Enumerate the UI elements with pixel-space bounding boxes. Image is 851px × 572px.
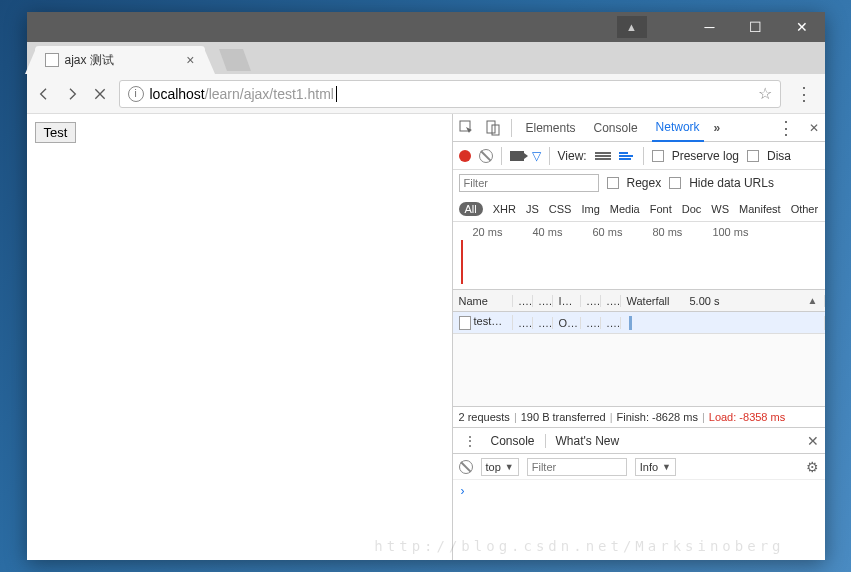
nav-toolbar: i localhost/learn/ajax/test1.html ☆ ⋮ [27,74,825,114]
status-load: Load: -8358 ms [709,411,785,423]
cell-size: ... [581,317,601,329]
filter-font[interactable]: Font [650,203,672,215]
profile-icon[interactable]: ▲ [617,16,647,38]
col-initiator[interactable]: Ini... [553,295,581,307]
table-empty-area [453,334,825,406]
browser-menu-button[interactable]: ⋮ [791,83,817,105]
regex-label: Regex [627,176,662,190]
device-toggle-icon[interactable] [485,120,501,136]
view-label: View: [558,149,587,163]
timeline-marker [461,240,463,284]
tab-title: ajax 测试 [65,52,114,69]
status-requests: 2 requests [459,411,510,423]
network-timeline[interactable]: 20 ms 40 ms 60 ms 80 ms 100 ms [453,222,825,290]
inspect-icon[interactable] [459,120,475,136]
drawer-tabs: ⋮ Console What's New ✕ [453,428,825,454]
page-viewport: Test [27,114,453,560]
tab-console[interactable]: Console [590,115,642,141]
tick-40: 40 ms [532,226,562,238]
cell-name: test1.... [453,315,513,329]
new-tab-button[interactable] [218,49,250,71]
tab-elements[interactable]: Elements [522,115,580,141]
scroll-up-icon[interactable]: ▲ [808,295,818,306]
address-bar[interactable]: i localhost/learn/ajax/test1.html ☆ [119,80,781,108]
info-icon[interactable]: i [128,86,144,102]
table-row[interactable]: test1.... ... ... Ot... ... ... [453,312,825,334]
test-button[interactable]: Test [35,122,77,143]
cell-status: ... [513,317,533,329]
window-titlebar: ▲ ─ ☐ ✕ [27,12,825,42]
cell-type: ... [533,317,553,329]
devtools-close-icon[interactable]: ✕ [809,121,819,135]
filter-xhr[interactable]: XHR [493,203,516,215]
close-window-button[interactable]: ✕ [779,12,825,42]
filter-img[interactable]: Img [581,203,599,215]
regex-checkbox[interactable] [607,177,619,189]
screenshot-icon[interactable] [510,151,524,161]
filter-all[interactable]: All [459,202,483,216]
network-type-filters: All XHR JS CSS Img Media Font Doc WS Man… [453,196,825,222]
stop-reload-button[interactable] [91,85,109,103]
disable-cache-label: Disa [767,149,791,163]
file-icon [459,316,471,330]
col-type[interactable]: ... [533,295,553,307]
network-status-bar: 2 requests | 190 B transferred | Finish:… [453,406,825,428]
preserve-log-checkbox[interactable] [652,150,664,162]
devtools-tabs: Elements Console Network » ⋮ ✕ [453,114,825,142]
log-level-select[interactable]: Info▼ [635,458,676,476]
large-rows-icon[interactable] [595,150,611,162]
browser-window: ▲ ─ ☐ ✕ ajax 测试 × i localhost/learn/ajax… [27,12,825,560]
devtools-panel: Elements Console Network » ⋮ ✕ ▽ View: [453,114,825,560]
col-status[interactable]: ... [513,295,533,307]
svg-rect-1 [487,121,495,133]
favicon-icon [45,53,59,67]
network-filter-input[interactable] [459,174,599,192]
console-clear-icon[interactable] [459,460,473,474]
waterfall-view-icon[interactable] [619,150,635,162]
hide-data-checkbox[interactable] [669,177,681,189]
filter-toggle-icon[interactable]: ▽ [532,149,541,163]
tab-network[interactable]: Network [652,114,704,142]
record-button[interactable] [459,150,471,162]
cell-waterfall [621,316,825,330]
tab-strip: ajax 测试 × [27,42,825,74]
filter-doc[interactable]: Doc [682,203,702,215]
col-size[interactable]: ... [581,295,601,307]
preserve-log-label: Preserve log [672,149,739,163]
hide-data-label: Hide data URLs [689,176,774,190]
disable-cache-checkbox[interactable] [747,150,759,162]
filter-js[interactable]: JS [526,203,539,215]
console-settings-icon[interactable]: ⚙ [806,459,819,475]
filter-media[interactable]: Media [610,203,640,215]
network-filter-row: Regex Hide data URLs [453,170,825,196]
back-button[interactable] [35,85,53,103]
devtools-menu-icon[interactable]: ⋮ [773,117,799,139]
col-time[interactable]: ... [601,295,621,307]
drawer-menu-icon[interactable]: ⋮ [459,433,481,449]
console-filter-input[interactable] [527,458,627,476]
filter-css[interactable]: CSS [549,203,572,215]
maximize-button[interactable]: ☐ [733,12,779,42]
browser-tab[interactable]: ajax 测试 × [35,46,205,74]
filter-ws[interactable]: WS [711,203,729,215]
tick-20: 20 ms [473,226,503,238]
network-toolbar: ▽ View: Preserve log Disa [453,142,825,170]
more-tabs-icon[interactable]: » [714,121,721,135]
status-finish: Finish: -8628 ms [617,411,698,423]
col-name[interactable]: Name [453,295,513,307]
filter-manifest[interactable]: Manifest [739,203,781,215]
bookmark-star-icon[interactable]: ☆ [758,84,772,103]
drawer-tab-console[interactable]: Console [491,434,546,448]
drawer-tab-whatsnew[interactable]: What's New [556,434,620,448]
col-waterfall[interactable]: Waterfall 5.00 s ▲ [621,295,825,307]
minimize-button[interactable]: ─ [687,12,733,42]
forward-button[interactable] [63,85,81,103]
console-body[interactable]: › [453,480,825,560]
context-select[interactable]: top▼ [481,458,519,476]
close-tab-icon[interactable]: × [186,52,194,68]
console-toolbar: top▼ Info▼ ⚙ [453,454,825,480]
content-area: Test Elements Console Network » ⋮ ✕ ▽ [27,114,825,560]
clear-button[interactable] [479,149,493,163]
drawer-close-icon[interactable]: ✕ [807,433,819,449]
filter-other[interactable]: Other [791,203,819,215]
